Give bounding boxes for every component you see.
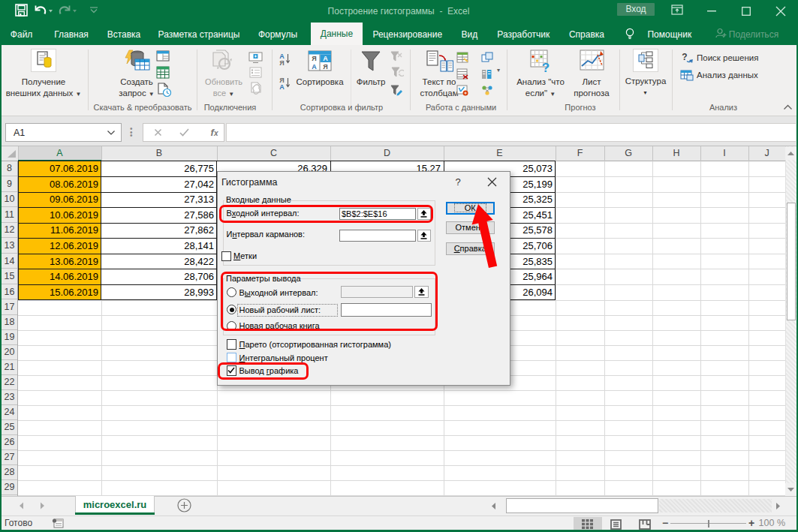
svg-text:?: ? (542, 61, 550, 74)
svg-text:Я: Я (312, 55, 316, 62)
svg-text:Я: Я (323, 63, 327, 71)
svg-text:А: А (312, 63, 317, 71)
svg-text:Я: Я (279, 59, 284, 66)
svg-text:?: ? (682, 52, 687, 62)
svg-text:А: А (323, 55, 328, 62)
